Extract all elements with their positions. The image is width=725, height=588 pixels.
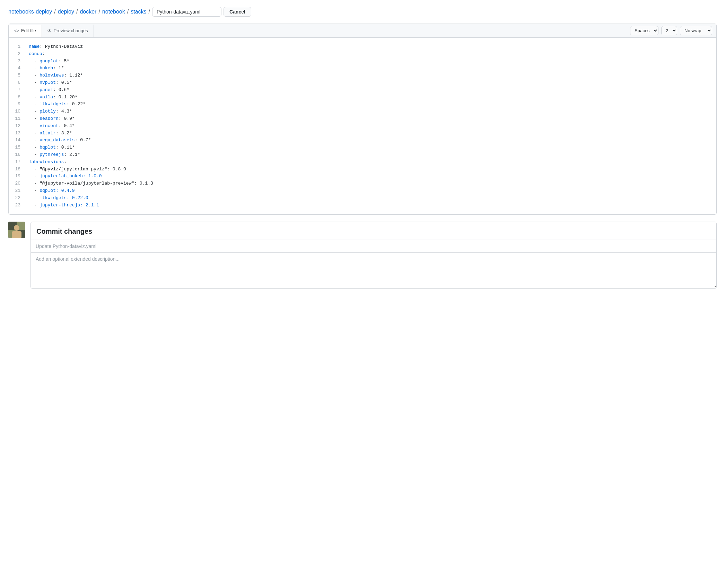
line-number: 11 xyxy=(9,115,26,123)
edit-file-icon: <> xyxy=(14,28,19,33)
indent-type-select[interactable]: Spaces Tabs xyxy=(630,26,658,35)
filename-input[interactable] xyxy=(152,7,221,17)
table-row: 3 - gnuplot: 5* xyxy=(9,58,716,65)
table-row: 16 - pythreejs: 2.1* xyxy=(9,151,716,159)
breadcrumb-sep-4: / xyxy=(127,9,129,15)
line-content: - itkwidgets: 0.22* xyxy=(26,101,86,108)
table-row: 21 - bqplot: 0.4.9 xyxy=(9,187,716,195)
line-content: - vega_datasets: 0.7* xyxy=(26,137,91,144)
line-content: - hvplot: 0.5* xyxy=(26,79,72,87)
avatar xyxy=(8,222,25,238)
line-content: - altair: 3.2* xyxy=(26,130,72,137)
tab-edit-label: Edit file xyxy=(21,28,36,33)
breadcrumb-stacks[interactable]: stacks xyxy=(131,9,146,15)
commit-form: Commit changes xyxy=(30,222,717,289)
indent-size-select[interactable]: 2 4 8 xyxy=(661,26,677,35)
toolbar-controls: Spaces Tabs 2 4 8 No wrap Soft wrap xyxy=(626,24,716,37)
line-number: 22 xyxy=(9,195,26,202)
line-content: - bqplot: 0.4.9 xyxy=(26,187,75,195)
table-row: 15 - bqplot: 0.11* xyxy=(9,144,716,151)
commit-title: Commit changes xyxy=(31,222,716,240)
line-number: 19 xyxy=(9,173,26,180)
breadcrumb: notebooks-deploy / deploy / docker / not… xyxy=(8,7,717,17)
line-content: - plotly: 4.3* xyxy=(26,108,72,115)
table-row: 1name: Python-Dataviz xyxy=(9,43,716,51)
editor-toolbar: <> Edit file 👁 Preview changes Spaces Ta… xyxy=(9,24,716,38)
editor-container: <> Edit file 👁 Preview changes Spaces Ta… xyxy=(8,24,717,215)
line-number: 1 xyxy=(9,43,26,51)
line-content: - panel: 0.6* xyxy=(26,87,69,94)
line-number: 2 xyxy=(9,51,26,58)
line-content: - gnuplot: 5* xyxy=(26,58,69,65)
line-number: 13 xyxy=(9,130,26,137)
line-content: - voila: 0.1.20* xyxy=(26,94,77,101)
table-row: 22 - itkwidgets: 0.22.0 xyxy=(9,195,716,202)
table-row: 7 - panel: 0.6* xyxy=(9,87,716,94)
line-content: - vincent: 0.4* xyxy=(26,123,75,130)
line-content: - seaborn: 0.9* xyxy=(26,115,75,123)
line-content: - jupyterlab_bokeh: 1.0.0 xyxy=(26,173,102,180)
line-number: 16 xyxy=(9,151,26,159)
table-row: 18 - "@pyviz/jupyterlab_pyviz": 0.8.0 xyxy=(9,166,716,173)
table-row: 19 - jupyterlab_bokeh: 1.0.0 xyxy=(9,173,716,180)
breadcrumb-deploy[interactable]: deploy xyxy=(58,9,74,15)
line-number: 18 xyxy=(9,166,26,173)
breadcrumb-docker[interactable]: docker xyxy=(80,9,96,15)
line-content: - "@jupyter-voila/jupyterlab-preview": 0… xyxy=(26,180,153,187)
tab-edit-file[interactable]: <> Edit file xyxy=(9,25,42,37)
table-row: 9 - itkwidgets: 0.22* xyxy=(9,101,716,108)
table-row: 6 - hvplot: 0.5* xyxy=(9,79,716,87)
table-row: 17labextensions: xyxy=(9,159,716,166)
tab-preview-label: Preview changes xyxy=(54,28,88,33)
commit-description-textarea[interactable] xyxy=(31,253,716,287)
line-number: 6 xyxy=(9,79,26,87)
line-number: 10 xyxy=(9,108,26,115)
line-number: 9 xyxy=(9,101,26,108)
line-number: 12 xyxy=(9,123,26,130)
line-number: 7 xyxy=(9,87,26,94)
table-row: 11 - seaborn: 0.9* xyxy=(9,115,716,123)
line-number: 3 xyxy=(9,58,26,65)
line-content: - "@pyviz/jupyterlab_pyviz": 0.8.0 xyxy=(26,166,126,173)
table-row: 20 - "@jupyter-voila/jupyterlab-preview"… xyxy=(9,180,716,187)
line-content: name: Python-Dataviz xyxy=(26,43,83,51)
commit-section: Commit changes xyxy=(8,222,717,289)
line-number: 4 xyxy=(9,65,26,72)
svg-rect-4 xyxy=(12,231,21,238)
line-content: - holoviews: 1.12* xyxy=(26,72,83,79)
cancel-button[interactable]: Cancel xyxy=(224,7,251,17)
line-content: - pythreejs: 2.1* xyxy=(26,151,80,159)
table-row: 13 - altair: 3.2* xyxy=(9,130,716,137)
line-number: 5 xyxy=(9,72,26,79)
line-content: - jupyter-threejs: 2.1.1 xyxy=(26,202,99,209)
breadcrumb-notebook[interactable]: notebook xyxy=(102,9,125,15)
breadcrumb-sep-1: / xyxy=(54,9,55,15)
line-content: - bokeh: 1* xyxy=(26,65,64,72)
table-row: 8 - voila: 0.1.20* xyxy=(9,94,716,101)
table-row: 2conda: xyxy=(9,51,716,58)
preview-icon: 👁 xyxy=(47,28,52,33)
line-number: 15 xyxy=(9,144,26,151)
table-row: 14 - vega_datasets: 0.7* xyxy=(9,137,716,144)
breadcrumb-sep-5: / xyxy=(149,9,150,15)
table-row: 10 - plotly: 4.3* xyxy=(9,108,716,115)
line-content: - itkwidgets: 0.22.0 xyxy=(26,195,88,202)
table-row: 4 - bokeh: 1* xyxy=(9,65,716,72)
wrap-mode-select[interactable]: No wrap Soft wrap xyxy=(680,26,712,35)
breadcrumb-sep-3: / xyxy=(98,9,100,15)
tab-preview-changes[interactable]: 👁 Preview changes xyxy=(42,25,94,37)
line-number: 17 xyxy=(9,159,26,166)
line-content: labextensions: xyxy=(26,159,67,166)
svg-point-3 xyxy=(14,225,19,231)
line-number: 8 xyxy=(9,94,26,101)
commit-summary-input[interactable] xyxy=(31,240,716,253)
avatar-image xyxy=(8,222,25,238)
line-number: 14 xyxy=(9,137,26,144)
table-row: 12 - vincent: 0.4* xyxy=(9,123,716,130)
breadcrumb-repo[interactable]: notebooks-deploy xyxy=(8,9,52,15)
table-row: 23 - jupyter-threejs: 2.1.1 xyxy=(9,202,716,209)
code-area[interactable]: 1name: Python-Dataviz2conda:3 - gnuplot:… xyxy=(9,38,716,214)
table-row: 5 - holoviews: 1.12* xyxy=(9,72,716,79)
line-number: 21 xyxy=(9,187,26,195)
line-number: 20 xyxy=(9,180,26,187)
